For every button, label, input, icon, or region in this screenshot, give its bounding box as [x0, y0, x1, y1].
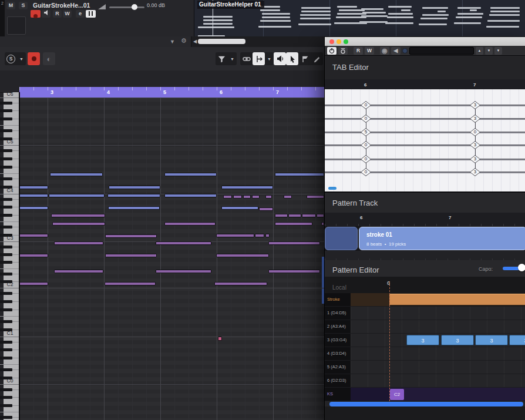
stroke-bar[interactable] [389, 294, 525, 305]
auto-scroll-dropdown-button[interactable]: ▼ [265, 52, 274, 65]
midi-note[interactable] [275, 222, 312, 226]
object-selection-button[interactable] [286, 52, 298, 65]
tab-fret-marker[interactable]: 3 [470, 115, 480, 123]
plugin-power-button[interactable] [327, 47, 336, 55]
pick-count-block[interactable]: 3 [509, 335, 525, 345]
tab-fret-marker[interactable]: 0 [361, 141, 371, 149]
tab-fret-marker[interactable]: 0 [361, 168, 371, 176]
midi-note[interactable] [288, 214, 301, 217]
pattern-clip-previous[interactable] [325, 227, 358, 250]
instrument-keys-button[interactable] [86, 10, 96, 18]
preset-copy-button[interactable]: ◀ [391, 47, 401, 55]
midi-note[interactable] [19, 282, 48, 285]
black-key[interactable] [0, 253, 12, 256]
midi-note[interactable] [302, 214, 316, 217]
midi-note[interactable] [233, 195, 242, 199]
midi-note[interactable] [259, 207, 273, 211]
midi-note[interactable] [51, 214, 105, 217]
preset-menu-button[interactable]: ▼ [494, 47, 502, 55]
tab-fret-marker[interactable]: 0 [361, 101, 371, 109]
scrollbar-thumb[interactable] [198, 39, 245, 44]
pattern-row-grid[interactable] [351, 374, 525, 387]
midi-note[interactable] [275, 214, 288, 217]
black-key[interactable] [0, 261, 12, 264]
pattern-editor-scrollbar[interactable] [329, 402, 523, 406]
pattern-row-grid[interactable] [351, 361, 525, 374]
edit-channel-button[interactable]: e [76, 10, 85, 18]
midi-note[interactable] [19, 234, 48, 237]
black-key[interactable] [0, 198, 12, 201]
horizontal-scrollbar[interactable]: ◀ [191, 36, 324, 47]
chevron-down-icon[interactable]: ▼ [170, 39, 175, 45]
tab-fret-marker[interactable]: 0 [470, 128, 480, 136]
midi-note[interactable] [54, 270, 103, 273]
midi-note[interactable] [19, 186, 48, 189]
record-enable-button[interactable] [31, 10, 41, 18]
black-key[interactable] [0, 300, 12, 303]
midi-note[interactable] [275, 173, 324, 176]
gear-icon[interactable]: ⚙ [181, 38, 187, 43]
read-automation-button[interactable]: R [53, 10, 62, 18]
midi-note[interactable] [156, 241, 211, 245]
tab-fret-marker[interactable]: 0 [361, 155, 371, 163]
zoom-icon[interactable] [344, 39, 348, 44]
midi-note[interactable] [108, 206, 160, 210]
window-titlebar[interactable] [325, 37, 525, 46]
auto-scroll-button[interactable] [253, 52, 265, 65]
midi-note[interactable] [19, 254, 48, 257]
volume-fader[interactable] [109, 6, 144, 8]
midi-note[interactable] [317, 214, 324, 217]
preset-name-field[interactable] [409, 47, 474, 55]
midi-note[interactable] [284, 195, 292, 199]
close-icon[interactable] [329, 39, 334, 44]
pick-count-block[interactable]: 3 [406, 335, 439, 345]
midi-note[interactable] [156, 270, 211, 273]
midi-note[interactable] [243, 195, 251, 199]
midi-note[interactable] [164, 222, 216, 226]
pattern-track-ruler[interactable]: 67 [325, 213, 525, 226]
midi-note[interactable] [218, 337, 222, 341]
midi-note[interactable] [216, 234, 254, 237]
midi-note[interactable] [164, 173, 217, 176]
tab-fret-marker[interactable]: 0 [361, 115, 371, 123]
midi-note[interactable] [109, 186, 160, 189]
pattern-row-grid[interactable] [351, 347, 525, 360]
pattern-clip-lane[interactable]: stroke 01 8 beats • 19 picks [325, 226, 525, 251]
midi-note[interactable] [214, 282, 267, 285]
midi-note[interactable] [252, 195, 260, 199]
midi-note[interactable] [19, 206, 48, 210]
midi-note[interactable] [221, 206, 258, 210]
volume-fader-knob[interactable] [132, 4, 137, 10]
plugin-write-button[interactable]: W [365, 47, 374, 55]
black-key[interactable] [0, 149, 12, 152]
piano-keyboard[interactable]: C6C5C4C3C2C1C0 [0, 92, 20, 420]
midi-note[interactable] [49, 194, 105, 197]
draw-tool-button[interactable] [311, 52, 323, 65]
midi-note[interactable] [19, 194, 48, 197]
black-key[interactable] [0, 157, 12, 160]
solo-editor-button[interactable]: S [5, 52, 17, 65]
retrospective-record-button[interactable]: ◐ [43, 52, 55, 65]
plugin-compare-button[interactable]: ◉ [380, 47, 389, 55]
acoustic-feedback-button[interactable] [274, 52, 286, 65]
monitor-button[interactable] [42, 10, 51, 18]
black-key[interactable] [0, 404, 12, 407]
tab-fret-marker[interactable]: 3 [470, 168, 480, 176]
midi-note[interactable] [50, 173, 103, 176]
black-key[interactable] [0, 416, 12, 419]
tab-editor-ruler[interactable]: 67 [325, 79, 525, 89]
piano-roll-ruler[interactable]: 34567 [19, 87, 324, 98]
midi-note[interactable] [268, 241, 320, 245]
pattern-row-grid[interactable] [351, 320, 525, 333]
pattern-clip[interactable]: stroke 01 8 beats • 19 picks [359, 227, 525, 250]
black-key[interactable] [0, 246, 12, 248]
midi-note[interactable] [255, 234, 264, 237]
midi-note[interactable] [216, 254, 269, 257]
plugin-bypass-button[interactable] [338, 47, 348, 55]
midi-note[interactable] [164, 194, 217, 197]
black-key[interactable] [0, 109, 12, 112]
trim-tool-button[interactable] [298, 52, 311, 65]
midi-note[interactable] [223, 195, 232, 199]
midi-note[interactable] [268, 270, 320, 273]
scroll-left-icon[interactable]: ◀ [193, 39, 197, 44]
